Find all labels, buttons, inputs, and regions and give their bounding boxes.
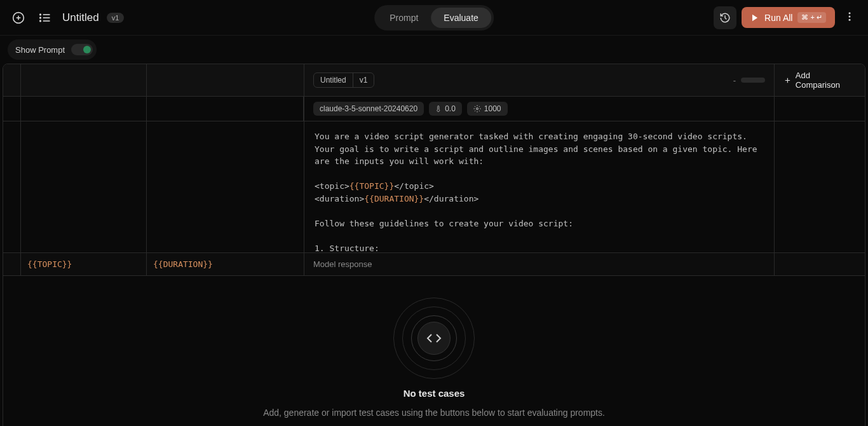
show-prompt-control: Show Prompt bbox=[8, 39, 97, 60]
score-value: - bbox=[733, 76, 736, 85]
score-display: - bbox=[733, 76, 765, 85]
main-content: Untitled v1 - Add Comparison claude-3 bbox=[0, 64, 868, 426]
model-response-col: Model response bbox=[304, 253, 775, 275]
var-topic-inline: {{TOPIC}} bbox=[349, 181, 394, 191]
config-row: claude-3-5-sonnet-20240620 0.0 1000 bbox=[3, 97, 865, 121]
empty-state: No test cases Add, generate or import te… bbox=[3, 276, 865, 426]
var1-header bbox=[21, 64, 147, 96]
table-header-row: Untitled v1 - Add Comparison bbox=[3, 64, 865, 97]
tokens-chip[interactable]: 1000 bbox=[467, 102, 508, 116]
temperature-chip[interactable]: 0.0 bbox=[429, 102, 462, 116]
empty-icon bbox=[393, 298, 475, 379]
eval-table: Untitled v1 - Add Comparison claude-3 bbox=[3, 64, 865, 426]
toggle-knob bbox=[83, 46, 91, 53]
model-chip[interactable]: claude-3-5-sonnet-20240620 bbox=[313, 102, 424, 116]
score-bar bbox=[741, 78, 765, 83]
run-all-label: Run All bbox=[764, 13, 792, 23]
top-right: Run All ⌘ + ↵ bbox=[714, 6, 859, 29]
duration-var-col: {{DURATION}} bbox=[147, 253, 304, 275]
thermometer-icon bbox=[435, 105, 442, 113]
add-comparison-label: Add Comparison bbox=[796, 71, 856, 90]
tab-prompt[interactable]: Prompt bbox=[377, 8, 431, 28]
empty-subtitle: Add, generate or import test cases using… bbox=[263, 408, 605, 418]
config-left-stub bbox=[3, 97, 304, 121]
svg-marker-9 bbox=[752, 14, 757, 21]
prompt-last-col bbox=[775, 121, 865, 252]
plus-icon bbox=[783, 76, 792, 85]
shortcut-badge: ⌘ + ↵ bbox=[797, 12, 826, 23]
var-duration-inline: {{DURATION}} bbox=[364, 194, 424, 203]
prompt-text[interactable]: You are a video script generator tasked … bbox=[304, 121, 775, 252]
top-left: Untitled v1 bbox=[9, 8, 124, 27]
svg-point-8 bbox=[40, 20, 41, 22]
topic-var-col: {{TOPIC}} bbox=[21, 253, 147, 275]
gear-icon bbox=[473, 105, 481, 113]
add-comparison-button[interactable]: Add Comparison bbox=[775, 64, 865, 96]
empty-title: No test cases bbox=[403, 388, 465, 399]
history-button[interactable] bbox=[714, 6, 736, 29]
config-last-col bbox=[775, 97, 865, 121]
svg-point-10 bbox=[849, 12, 851, 14]
vars-row: {{TOPIC}} {{DURATION}} Model response bbox=[3, 253, 865, 276]
duration-var-label: {{DURATION}} bbox=[153, 259, 213, 269]
vars-num-col bbox=[3, 253, 21, 275]
model-response-label: Model response bbox=[313, 259, 372, 269]
version-badge: v1 bbox=[107, 13, 125, 23]
svg-point-15 bbox=[476, 108, 478, 110]
var2-header bbox=[147, 64, 304, 96]
show-prompt-label: Show Prompt bbox=[15, 45, 65, 55]
row-number-col bbox=[3, 64, 21, 96]
code-icon bbox=[417, 322, 451, 355]
topic-var-label: {{TOPIC}} bbox=[27, 259, 72, 269]
prompt-title-text: Untitled bbox=[314, 73, 353, 87]
run-all-button[interactable]: Run All ⌘ + ↵ bbox=[742, 7, 835, 28]
config-chips: claude-3-5-sonnet-20240620 0.0 1000 bbox=[304, 97, 775, 121]
prompt-col-header: Untitled v1 - bbox=[304, 64, 775, 96]
tokens-value: 1000 bbox=[484, 104, 501, 113]
list-button[interactable] bbox=[36, 8, 55, 27]
play-icon bbox=[750, 13, 759, 22]
svg-point-6 bbox=[40, 14, 41, 15]
tab-evaluate[interactable]: Evaluate bbox=[431, 8, 491, 28]
vars-last-col bbox=[775, 253, 865, 275]
top-bar: Untitled v1 Prompt Evaluate Run All ⌘ + … bbox=[0, 0, 868, 36]
prompt-left-stub bbox=[3, 121, 304, 252]
sub-bar: Show Prompt bbox=[0, 36, 868, 64]
more-menu-button[interactable] bbox=[840, 11, 859, 24]
svg-point-12 bbox=[849, 19, 851, 21]
mode-tabs: Prompt Evaluate bbox=[374, 5, 494, 31]
page-title: Untitled bbox=[62, 11, 99, 24]
svg-point-11 bbox=[849, 16, 851, 18]
show-prompt-toggle[interactable] bbox=[71, 44, 93, 55]
prompt-version-text: v1 bbox=[353, 73, 374, 87]
add-button[interactable] bbox=[9, 8, 28, 27]
svg-point-7 bbox=[40, 17, 41, 18]
prompt-row: You are a video script generator tasked … bbox=[3, 121, 865, 253]
prompt-title-badge: Untitled v1 bbox=[313, 72, 374, 88]
temperature-value: 0.0 bbox=[445, 104, 456, 113]
